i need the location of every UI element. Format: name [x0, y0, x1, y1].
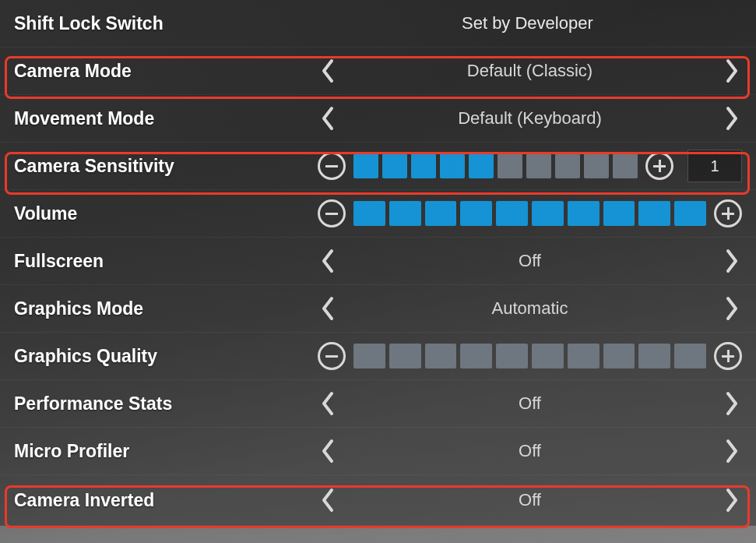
slider-segment — [638, 344, 670, 368]
label-shift-lock: Shift Lock Switch — [14, 13, 318, 34]
row-graphics-mode: Graphics Mode Automatic — [0, 285, 756, 333]
chevron-right-icon[interactable] — [719, 438, 745, 464]
chevron-left-icon[interactable] — [315, 438, 341, 464]
chevron-left-icon[interactable] — [315, 390, 341, 417]
chevron-left-icon[interactable] — [315, 487, 341, 513]
slider-segment — [411, 153, 436, 178]
row-fullscreen: Fullscreen Off — [0, 238, 756, 285]
label-camera-inverted: Camera Inverted — [14, 490, 318, 511]
slider-segment — [555, 153, 580, 178]
chevron-left-icon[interactable] — [315, 248, 341, 274]
slider-camera-sensitivity[interactable] — [353, 153, 638, 178]
label-movement-mode: Movement Mode — [14, 108, 318, 129]
chevron-left-icon[interactable] — [315, 58, 341, 84]
row-graphics-quality: Graphics Quality — [0, 333, 756, 380]
value-shift-lock: Set by Developer — [462, 13, 593, 33]
row-camera-sensitivity: Camera Sensitivity — [0, 143, 756, 190]
label-micro-profiler: Micro Profiler — [14, 441, 318, 462]
plus-icon[interactable] — [714, 342, 742, 370]
plus-icon[interactable] — [645, 152, 673, 180]
chevron-right-icon[interactable] — [719, 487, 745, 513]
minus-icon[interactable] — [318, 342, 346, 370]
slider-segment — [353, 153, 378, 178]
slider-segment — [584, 153, 609, 178]
label-performance-stats: Performance Stats — [14, 393, 318, 414]
label-fullscreen: Fullscreen — [14, 251, 318, 272]
row-volume: Volume — [0, 190, 756, 238]
row-shift-lock: Shift Lock Switch Set by Developer — [0, 0, 756, 48]
label-volume: Volume — [14, 203, 318, 224]
chevron-right-icon[interactable] — [719, 58, 745, 84]
value-camera-inverted: Off — [341, 490, 719, 510]
slider-segment — [674, 344, 706, 368]
slider-segment — [674, 201, 706, 226]
chevron-right-icon[interactable] — [719, 105, 745, 132]
minus-icon[interactable] — [318, 152, 346, 180]
slider-segment — [496, 344, 528, 368]
plus-icon[interactable] — [714, 199, 742, 227]
label-graphics-mode: Graphics Mode — [14, 298, 318, 319]
slider-segment — [532, 344, 564, 368]
chevron-left-icon[interactable] — [315, 105, 341, 132]
slider-segment — [603, 344, 635, 368]
slider-segment — [496, 201, 528, 226]
slider-segment — [526, 153, 551, 178]
label-camera-mode: Camera Mode — [14, 61, 318, 82]
slider-segment — [532, 201, 564, 226]
row-camera-mode: Camera Mode Default (Classic) — [0, 48, 756, 95]
value-movement-mode: Default (Keyboard) — [341, 108, 719, 129]
chevron-left-icon[interactable] — [315, 295, 341, 322]
label-graphics-quality: Graphics Quality — [14, 346, 318, 367]
slider-segment — [460, 344, 492, 368]
slider-segment — [425, 201, 457, 226]
slider-segment — [568, 201, 600, 226]
slider-segment — [469, 153, 494, 178]
row-micro-profiler: Micro Profiler Off — [0, 428, 756, 475]
chevron-right-icon[interactable] — [719, 248, 745, 274]
slider-segment — [498, 153, 522, 178]
slider-segment — [425, 344, 457, 368]
value-graphics-mode: Automatic — [341, 298, 719, 319]
minus-icon[interactable] — [318, 199, 346, 227]
slider-segment — [353, 201, 385, 226]
slider-segment — [389, 344, 421, 368]
slider-segment — [440, 153, 465, 178]
value-camera-mode: Default (Classic) — [341, 61, 719, 81]
label-camera-sensitivity: Camera Sensitivity — [14, 156, 318, 177]
row-performance-stats: Performance Stats Off — [0, 380, 756, 428]
slider-segment — [389, 201, 421, 226]
slider-segment — [460, 201, 492, 226]
value-performance-stats: Off — [341, 393, 719, 414]
camera-sensitivity-input[interactable] — [687, 150, 742, 182]
slider-volume[interactable] — [353, 201, 706, 226]
slider-segment — [613, 153, 638, 178]
row-camera-inverted: Camera Inverted Off — [0, 475, 756, 526]
settings-list: Shift Lock Switch Set by Developer Camer… — [0, 0, 756, 543]
chevron-right-icon[interactable] — [719, 390, 745, 417]
row-movement-mode: Movement Mode Default (Keyboard) — [0, 95, 756, 143]
value-micro-profiler: Off — [341, 441, 719, 461]
slider-graphics-quality[interactable] — [353, 344, 706, 368]
value-fullscreen: Off — [341, 251, 719, 271]
slider-segment — [382, 153, 407, 178]
slider-segment — [353, 344, 385, 368]
slider-segment — [638, 201, 670, 226]
slider-segment — [568, 344, 600, 368]
slider-segment — [603, 201, 635, 226]
chevron-right-icon[interactable] — [719, 295, 745, 322]
